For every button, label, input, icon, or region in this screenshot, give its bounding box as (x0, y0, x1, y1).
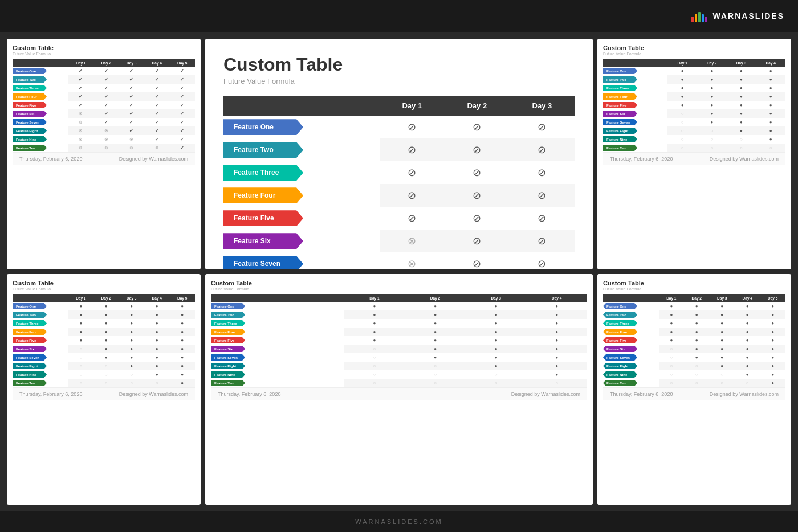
table-row: Feature Seven ○● ●● (211, 353, 587, 362)
feature-cell: Feature One (223, 116, 380, 138)
sm-feature-tag: Feature Three (603, 85, 637, 91)
slide-bottom-center: Custom Table Future Value Formula Day 1 … (205, 274, 593, 505)
sm-feature-tag: Feature Six (603, 346, 637, 352)
slide-top-left: Custom Table Future Value Formula Day 1 … (7, 39, 201, 269)
table-row: Feature Six ○ ● ● ● (603, 109, 785, 118)
main-title: Custom Table (223, 55, 575, 75)
table-row: Feature Four ●● ●● ● (13, 328, 195, 336)
sm-th-d4: Day 4 (756, 59, 785, 67)
table-row: Feature Six ○● ●● ● (603, 345, 785, 353)
sm-check: ✔ (170, 67, 196, 75)
sm-check: ✔ (144, 67, 169, 75)
table-row: Feature Nine ○ ○ ○ ● (603, 135, 785, 144)
table-row: Feature Three ⊘ ⊘ ⊘ (223, 161, 575, 184)
sm-th-bc-d1: Day 1 (344, 294, 405, 302)
sm-table-5: Day 1 Day 2 Day 3 Day 4 Day 5 Feature On… (603, 294, 785, 387)
sm-feature-tag: Feature Ten (211, 380, 245, 386)
feature-tag-3: Feature Three (223, 165, 303, 181)
table-row: Feature Five ●● ●● ● (603, 336, 785, 345)
sm-title-3: Custom Table (13, 280, 195, 287)
check-cell: ⊘ (445, 116, 510, 138)
sm-feature-tag: Feature Six (13, 111, 47, 117)
sm-th-br-d1: Day 1 (659, 294, 684, 302)
footer-bar: WARNASLIDES.COM (0, 511, 798, 532)
sm-feature-tag: Feature Three (13, 320, 47, 326)
table-row: Feature Three ●● ●● ● (603, 319, 785, 328)
table-row: Feature One ✔ ✔ ✔ ✔ ✔ (13, 67, 195, 75)
sm-feature-tag: Feature One (211, 303, 245, 309)
slide-bottom-right: Custom Table Future Value Formula Day 1 … (597, 274, 791, 505)
table-row: Feature Ten ○○ ○○ (211, 379, 587, 387)
sm-feature-tag: Feature Six (13, 346, 47, 352)
check-cell: ⊘ (510, 116, 575, 138)
table-row: Feature Eight ○○ ●● (211, 362, 587, 370)
sm-th-bl-d4: Day 4 (144, 294, 169, 302)
header-bar: WARNASLIDES (0, 0, 798, 32)
sm-th-day1: Day 1 (68, 59, 93, 67)
footer-credit-5: Designed by Warnaslides.com (710, 391, 779, 397)
sm-th-br-d2: Day 2 (684, 294, 709, 302)
logo-bar-2 (695, 14, 697, 22)
table-row: Feature Four ● ● ● ● (603, 92, 785, 101)
sm-title-4: Custom Table (211, 280, 587, 287)
table-row: Feature Two ⊘ ⊘ ⊘ (223, 138, 575, 161)
slide-top-right: Custom Table Future Value Formula Day 1 … (597, 39, 791, 269)
sm-feature-tag: Feature Ten (13, 145, 47, 151)
footer-date-2: Thursday, February 6, 2020 (610, 156, 673, 162)
table-row: Feature Five ●● ●● (211, 336, 587, 345)
table-row: Feature Two ✔ ✔ ✔ ✔ ✔ (13, 75, 195, 84)
th-empty (223, 96, 380, 116)
sm-feature-tag: Feature Nine (13, 136, 47, 142)
footer-credit-4: Designed by Warnaslides.com (511, 391, 580, 397)
table-row: Feature Nine ⊗ ⊗ ⊗ ✔ ✔ (13, 135, 195, 144)
sm-feature-tag: Feature Ten (603, 380, 637, 386)
sm-feature-tag: Feature Five (13, 337, 47, 343)
logo-icon (691, 10, 707, 22)
sm-th-br-d4: Day 4 (735, 294, 760, 302)
footer-date-5: Thursday, February 6, 2020 (610, 391, 673, 397)
table-row: Feature Six ○● ●● (211, 345, 587, 353)
sm-check: ✔ (93, 67, 119, 75)
feature-tag-1: Feature One (223, 119, 303, 135)
sm-th-day5: Day 5 (170, 59, 196, 67)
table-row: Feature Ten ○○ ○○ ● (13, 379, 195, 387)
table-row: Feature Five ✔ ✔ ✔ ✔ ✔ (13, 101, 195, 109)
sm-feature-tag: Feature Three (603, 320, 637, 326)
table-row: Feature Four ⊘ ⊘ ⊘ (223, 184, 575, 207)
sm-feature-tag: Feature Seven (603, 119, 637, 125)
table-row: Feature Nine ○○ ○● (211, 370, 587, 379)
sm-feature-tag: Feature Nine (13, 371, 47, 378)
table-row: Feature Five ● ● ● ● (603, 101, 785, 109)
sm-th-empty-3 (13, 294, 68, 302)
slide-footer-3: Thursday, February 6, 2020 Designed by W… (13, 387, 195, 400)
slide-footer: Thursday, February 6, 2020 Designed by W… (13, 152, 195, 165)
logo-bar-4 (702, 14, 704, 22)
sm-feature-tag: Feature Nine (211, 371, 245, 378)
sm-th-bl-d2: Day 2 (93, 294, 119, 302)
sm-feature-tag: Feature Four (211, 329, 245, 335)
table-row: Feature Seven ○● ●● ● (603, 353, 785, 362)
table-row: Feature Nine ○○ ○● ● (603, 370, 785, 379)
sm-feature-tag: Feature One (603, 68, 637, 74)
sm-th-d3: Day 3 (727, 59, 756, 67)
sm-feature-tag: Feature Two (603, 312, 637, 318)
table-row: Feature Eight ⊗ ⊗ ✔ ✔ ✔ (13, 126, 195, 135)
sm-th-empty-5 (603, 294, 659, 302)
sm-feature-tag: Feature Five (211, 337, 245, 343)
table-row: Feature Ten ○ ○ ○ ○ (603, 144, 785, 152)
sm-th-empty (13, 59, 68, 67)
sm-th-empty-4 (211, 294, 344, 302)
sm-th-bl-d5: Day 5 (170, 294, 196, 302)
table-row: Feature Seven ⊗ ⊘ ⊘ (223, 252, 575, 269)
sm-feature-tag: Feature Five (13, 102, 47, 108)
sm-th-bc-d3: Day 3 (466, 294, 527, 302)
table-row: Feature Four ●● ●● (211, 328, 587, 336)
slide-footer-4: Thursday, February 6, 2020 Designed by W… (211, 387, 587, 400)
sm-feature-tag: Feature Three (13, 85, 47, 91)
footer-credit-3: Designed by Warnaslides.com (119, 391, 188, 397)
logo-area: WARNASLIDES (691, 10, 784, 22)
sm-check: ✔ (119, 67, 144, 75)
sm-feature-tag: Feature Six (211, 346, 245, 352)
feature-tag-7: Feature Seven (223, 256, 303, 269)
feature-tag-6: Feature Six (223, 233, 303, 249)
